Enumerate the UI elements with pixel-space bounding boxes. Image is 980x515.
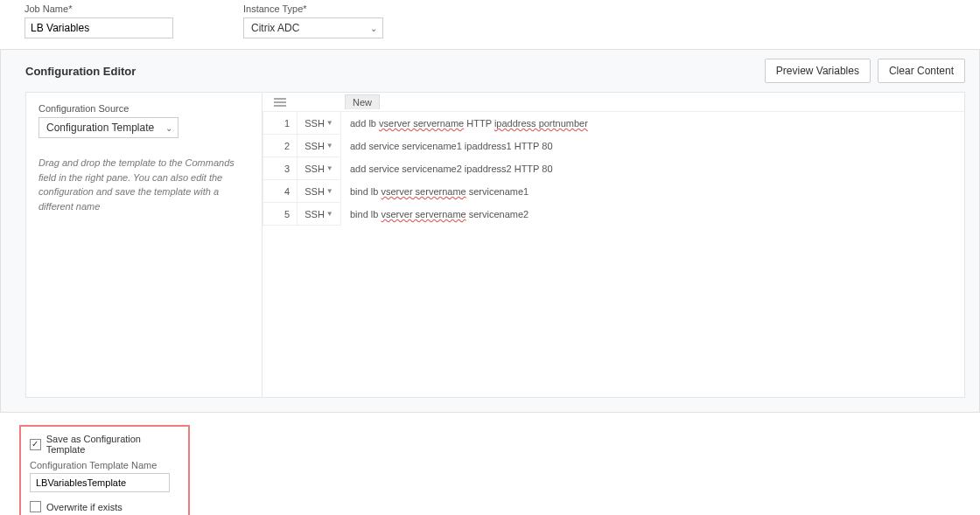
instance-type-label: Instance Type* xyxy=(243,3,383,14)
overwrite-label: Overwrite if exists xyxy=(46,502,122,512)
protocol-select[interactable]: SSH▼ xyxy=(298,135,341,157)
panel-actions: Preview Variables Clear Content xyxy=(765,59,965,83)
instance-type-value: Citrix ADC xyxy=(251,22,299,34)
command-row: 1SSH▼add lb vserver servername HTTP ipad… xyxy=(262,112,964,135)
job-name-input[interactable] xyxy=(24,17,173,38)
command-text[interactable]: add lb vserver servername HTTP ipaddress… xyxy=(341,112,964,135)
command-row: 3SSH▼add service servicename2 ipaddress2… xyxy=(262,157,964,180)
preview-variables-button[interactable]: Preview Variables xyxy=(765,59,871,83)
overwrite-row[interactable]: Overwrite if exists xyxy=(30,501,179,512)
template-name-input[interactable] xyxy=(30,473,170,492)
command-row: 4SSH▼bind lb vserver servername servicen… xyxy=(262,180,964,203)
config-editor-panel: Configuration Editor Preview Variables C… xyxy=(0,49,980,413)
save-as-template-checkbox[interactable] xyxy=(30,439,41,450)
job-name-field: Job Name* xyxy=(24,3,173,38)
overwrite-checkbox[interactable] xyxy=(30,501,41,512)
hamburger-icon[interactable] xyxy=(262,101,298,103)
line-number: 4 xyxy=(262,180,298,203)
config-source-hint: Drag and drop the template to the Comman… xyxy=(38,156,249,213)
save-as-template-row[interactable]: Save as Configuration Template xyxy=(30,434,179,455)
command-row: 2SSH▼add service servicename1 ipaddress1… xyxy=(262,135,964,157)
chevron-down-icon: ⌄ xyxy=(370,24,377,33)
panel-header: Configuration Editor Preview Variables C… xyxy=(1,50,979,92)
command-header: New xyxy=(262,93,964,112)
top-fields: Job Name* Instance Type* Citrix ADC ⌄ xyxy=(0,0,980,49)
instance-type-select[interactable]: Citrix ADC ⌄ xyxy=(243,17,383,38)
command-text[interactable]: add service servicename2 ipaddress2 HTTP… xyxy=(341,157,964,180)
editor-body: Configuration Source Configuration Templ… xyxy=(25,92,965,398)
chevron-down-icon: ⌄ xyxy=(165,123,172,133)
command-text[interactable]: bind lb vserver servername servicename1 xyxy=(341,180,964,203)
instance-type-field: Instance Type* Citrix ADC ⌄ xyxy=(243,3,383,38)
job-name-label: Job Name* xyxy=(24,3,173,14)
right-pane: New 1SSH▼add lb vserver servername HTTP … xyxy=(262,93,964,397)
line-number: 2 xyxy=(262,135,298,157)
panel-title: Configuration Editor xyxy=(25,65,136,78)
config-source-label: Configuration Source xyxy=(38,103,249,114)
command-row: 5SSH▼bind lb vserver servername servicen… xyxy=(262,203,964,226)
line-number: 1 xyxy=(262,112,298,135)
config-source-select[interactable]: Configuration Template ⌄ xyxy=(38,117,178,138)
protocol-select[interactable]: SSH▼ xyxy=(298,203,341,226)
template-name-label: Configuration Template Name xyxy=(30,460,179,470)
command-rows: 1SSH▼add lb vserver servername HTTP ipad… xyxy=(262,112,964,226)
protocol-select[interactable]: SSH▼ xyxy=(298,157,341,180)
command-text[interactable]: add service servicename1 ipaddress1 HTTP… xyxy=(341,135,964,157)
protocol-select[interactable]: SSH▼ xyxy=(298,112,341,135)
clear-content-button[interactable]: Clear Content xyxy=(878,59,965,83)
protocol-select[interactable]: SSH▼ xyxy=(298,180,341,203)
left-pane: Configuration Source Configuration Templ… xyxy=(26,93,262,397)
line-number: 5 xyxy=(262,203,298,226)
line-number: 3 xyxy=(262,157,298,180)
tab-new[interactable]: New xyxy=(345,94,380,109)
config-source-value: Configuration Template xyxy=(46,122,154,134)
save-as-template-label: Save as Configuration Template xyxy=(46,434,179,455)
command-text[interactable]: bind lb vserver servername servicename2 xyxy=(341,203,964,226)
save-template-block: Save as Configuration Template Configura… xyxy=(19,425,190,515)
